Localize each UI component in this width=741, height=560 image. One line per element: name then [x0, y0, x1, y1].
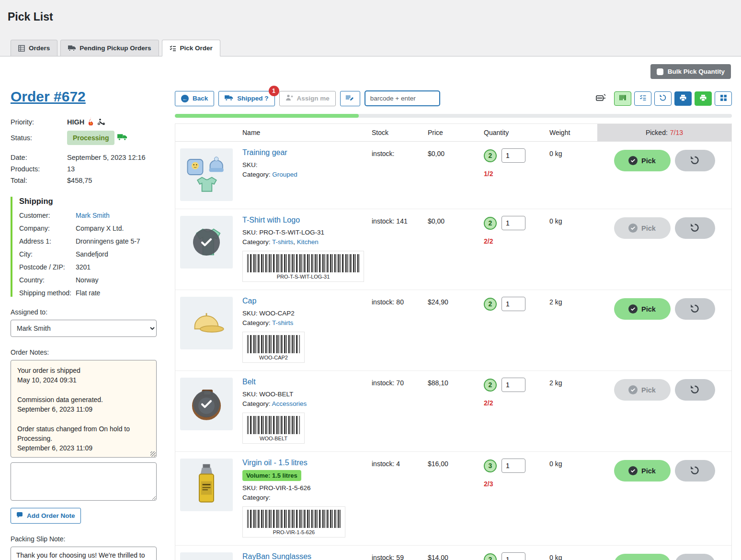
category-link[interactable]: T-shirts: [272, 238, 293, 246]
tab-pick-order[interactable]: Pick Order: [162, 40, 220, 56]
print-button[interactable]: [674, 91, 692, 106]
quantity-badge: 2: [484, 379, 497, 392]
undo-all-button[interactable]: [654, 91, 672, 106]
back-arrow-icon: ←: [181, 95, 189, 102]
print-picked-button[interactable]: [695, 91, 712, 106]
barcode-stripes: [247, 335, 300, 353]
assign-me-button[interactable]: Assign me: [279, 91, 336, 106]
bulk-pick-quantity-button[interactable]: Bulk Pick Quantity: [650, 64, 731, 79]
add-order-note-button[interactable]: Add Order Note: [11, 508, 81, 524]
order-number-link[interactable]: Order #672: [11, 89, 86, 105]
table-view-button[interactable]: [715, 91, 732, 106]
tab-orders[interactable]: Orders: [11, 40, 57, 56]
shipping-section: Shipping Customer:Mark Smith Company:Com…: [11, 197, 157, 297]
table-row: Training gear SKU: Category: Grouped ins…: [175, 142, 731, 209]
company-value: Company X Ltd.: [76, 224, 124, 232]
pick-button[interactable]: Pick: [614, 150, 671, 171]
country-value: Norway: [76, 276, 98, 284]
undo-pick-button[interactable]: [675, 217, 715, 239]
category-link[interactable]: Kitchen: [297, 238, 319, 246]
barcode-mode-button[interactable]: [614, 91, 631, 106]
assign-user-icon: [285, 94, 293, 102]
undo-pick-button[interactable]: [675, 298, 715, 320]
scanner-button[interactable]: [591, 91, 611, 106]
check-icon: [628, 224, 638, 233]
product-name-link[interactable]: Belt: [242, 378, 256, 386]
col-price-header: Price: [428, 129, 484, 136]
weight-value: 0 kg: [549, 459, 597, 538]
product-barcode: WOO-BELT: [242, 413, 305, 444]
assigned-to-select[interactable]: Mark Smith: [11, 320, 157, 337]
product-category: Category:: [242, 494, 365, 501]
barcode-input[interactable]: [365, 90, 440, 106]
undo-pick-button[interactable]: [675, 150, 715, 171]
grid-icon: [720, 94, 727, 103]
barcode-edit-button[interactable]: [340, 91, 360, 106]
quantity-input[interactable]: [502, 148, 525, 163]
product-name-link[interactable]: T-Shirt with Logo: [242, 216, 300, 224]
category-link[interactable]: Grouped: [272, 171, 297, 178]
weight-value: 0 kg: [549, 552, 597, 560]
truck-icon: [68, 45, 76, 51]
quantity-input[interactable]: [502, 378, 525, 392]
new-order-note-input[interactable]: [11, 462, 157, 501]
table-row: Virgin oil - 1.5 litres Volume: 1.5 litr…: [175, 452, 731, 546]
quantity-input[interactable]: [502, 552, 525, 560]
undo-icon: [690, 303, 700, 315]
pick-progress-fill: [175, 114, 359, 118]
pick-button[interactable]: Pick: [614, 379, 671, 401]
stock-value: instock: 141: [372, 216, 428, 282]
undo-icon: [690, 223, 700, 234]
table-row: T-Shirt with Logo SKU: PRO-T-S-WIT-LOG-3…: [175, 209, 731, 290]
pick-button[interactable]: Pick: [614, 217, 671, 239]
category-link[interactable]: T-shirts: [272, 319, 293, 326]
printer-icon: [699, 94, 707, 103]
col-weight-header: Weight: [549, 129, 597, 136]
col-name-header: Name: [242, 129, 372, 136]
product-name-link[interactable]: Training gear: [242, 148, 287, 157]
picked-fraction: 2/2: [484, 237, 549, 245]
checkbox-icon: [657, 68, 663, 75]
city-value: Sandefjord: [76, 250, 108, 258]
undo-pick-button[interactable]: [675, 379, 715, 401]
check-icon: [628, 466, 638, 475]
product-name-link[interactable]: Virgin oil - 1.5 litres: [242, 459, 308, 467]
pick-button[interactable]: Pick: [614, 298, 671, 320]
undo-pick-button[interactable]: [675, 460, 715, 482]
product-category: Category: Accessories: [242, 400, 365, 407]
product-name-link[interactable]: Cap: [242, 297, 256, 305]
barcode-label: WOO-BELT: [247, 436, 300, 441]
pick-order-main: ← Back Shipped ? 1 Assign me: [175, 79, 732, 560]
category-link[interactable]: Accessories: [272, 400, 307, 407]
volume-badge: Volume: 1.5 litres: [242, 470, 301, 481]
shipped-notification-badge: 1: [269, 86, 279, 96]
order-notes-box: Your order is shipped May 10, 2024 09:31…: [11, 360, 157, 458]
price-value: $0,00: [428, 216, 484, 282]
shipped-button[interactable]: Shipped ?: [218, 91, 274, 106]
product-name-link[interactable]: RayBan Sunglasses: [242, 552, 311, 560]
stock-value: instock:: [372, 148, 428, 201]
check-icon: [199, 397, 214, 411]
pick-button[interactable]: Pick: [614, 554, 671, 560]
weight-value: 0 kg: [549, 216, 597, 282]
pick-button[interactable]: Pick: [614, 460, 671, 482]
tab-pending-pickup-orders[interactable]: Pending Pickup Orders: [60, 40, 159, 56]
col-stock-header: Stock: [372, 129, 428, 136]
picked-count-value: 7/13: [670, 129, 683, 136]
quantity-badge: 2: [484, 217, 497, 230]
priority-row: Priority: HIGH: [11, 117, 157, 127]
back-button[interactable]: ← Back: [175, 91, 214, 106]
undo-pick-button[interactable]: [675, 554, 715, 560]
pick-toolbar: ← Back Shipped ? 1 Assign me: [175, 90, 732, 106]
table-icon: [18, 45, 25, 52]
checklist-view-button[interactable]: [634, 91, 651, 106]
quantity-input[interactable]: [502, 216, 525, 230]
packing-slip-note-input[interactable]: Thank you for choosing us! We're thrille…: [11, 547, 157, 560]
barcode-label: PRO-VIR-1-5-626: [247, 529, 341, 535]
quantity-input[interactable]: [502, 297, 525, 311]
barcode-label: WOO-CAP2: [247, 355, 300, 360]
barcode-label: PRO-T-S-WIT-LOG-31: [247, 274, 359, 280]
product-image: [180, 297, 233, 349]
customer-link[interactable]: Mark Smith: [76, 212, 110, 219]
quantity-input[interactable]: [502, 459, 525, 473]
